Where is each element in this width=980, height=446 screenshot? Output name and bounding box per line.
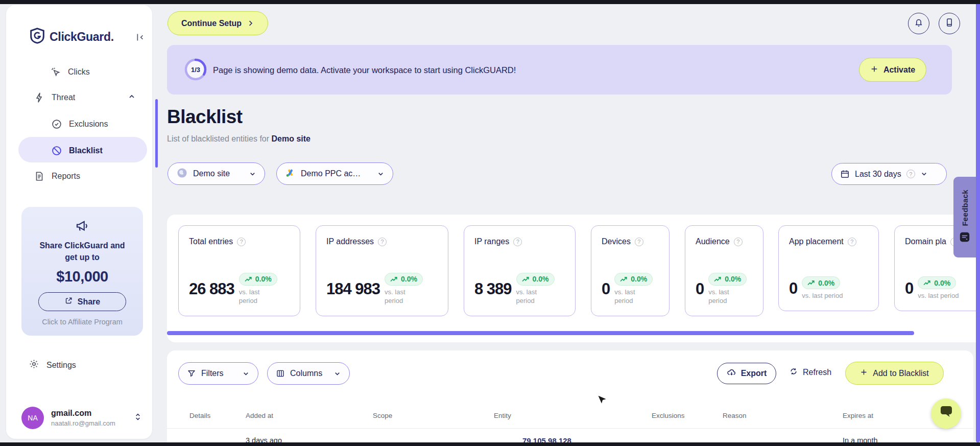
help-icon[interactable]: ? bbox=[513, 238, 522, 246]
continue-setup-label: Continue Setup bbox=[181, 19, 242, 28]
feedback-tab[interactable]: Feedback bbox=[953, 177, 976, 257]
external-link-icon bbox=[64, 296, 73, 307]
demo-data-banner: 1/3 Page is showing demo data. Activate … bbox=[167, 45, 952, 95]
window-bottom-edge bbox=[0, 442, 980, 446]
export-label: Export bbox=[741, 369, 767, 378]
cursor-click-icon bbox=[50, 66, 61, 78]
stat-period: vs. last period bbox=[239, 288, 269, 306]
column-header-added-at[interactable]: Added at bbox=[246, 412, 273, 419]
window-top-edge bbox=[0, 0, 980, 4]
chevron-down-icon bbox=[377, 170, 385, 178]
sidebar-scrollbar[interactable] bbox=[155, 99, 158, 168]
stat-value: 0 bbox=[602, 280, 610, 298]
sidebar-collapse-icon[interactable] bbox=[134, 32, 145, 45]
sidebar-item-label: Exclusions bbox=[69, 120, 108, 129]
share-button[interactable]: Share bbox=[38, 292, 126, 311]
refresh-button[interactable]: Refresh bbox=[789, 367, 831, 378]
column-header-entity[interactable]: Entity bbox=[494, 412, 511, 419]
site-selector-value: Demo site bbox=[193, 169, 230, 178]
help-icon: ? bbox=[906, 170, 915, 178]
sidebar-item-reports[interactable]: Reports bbox=[34, 171, 80, 182]
delta-badge: 0.0% bbox=[239, 273, 277, 286]
page-title: Blacklist bbox=[167, 106, 243, 128]
logo[interactable]: ClickGuard. bbox=[30, 28, 114, 46]
page-scrollbar[interactable] bbox=[976, 0, 980, 442]
sidebar-item-threat[interactable]: Threat bbox=[34, 92, 136, 103]
page-subtitle: List of blacklisted entities for Demo si… bbox=[167, 134, 310, 144]
stat-card-ip-addresses: IP addresses? 184 983 0.0% vs. last peri… bbox=[316, 225, 448, 316]
sidebar-item-label: Reports bbox=[52, 172, 80, 181]
share-label: Share bbox=[78, 297, 100, 307]
chevron-down-icon bbox=[333, 370, 341, 378]
sidebar-item-blacklist[interactable]: Blacklist bbox=[51, 145, 103, 156]
column-header-details[interactable]: Details bbox=[189, 412, 210, 419]
horizontal-scrollbar[interactable] bbox=[167, 331, 914, 335]
stat-label: IP addresses bbox=[326, 237, 374, 246]
trend-up-icon bbox=[923, 280, 931, 286]
stat-value: 0 bbox=[696, 280, 704, 298]
subtitle-site-name: Demo site bbox=[272, 134, 310, 143]
activate-button[interactable]: Activate bbox=[859, 58, 926, 82]
stat-label: Devices bbox=[602, 237, 631, 246]
help-icon[interactable]: ? bbox=[734, 238, 743, 246]
sidebar-item-label: Threat bbox=[52, 93, 75, 102]
column-header-expires-at[interactable]: Expires at bbox=[843, 412, 873, 419]
promo-text: Share ClickGuard and get up to bbox=[21, 240, 143, 263]
globe-icon bbox=[176, 167, 188, 181]
stat-period: vs. last period bbox=[385, 288, 414, 306]
stat-label: Audience bbox=[696, 237, 730, 246]
export-button[interactable]: Export bbox=[717, 363, 776, 384]
google-ads-icon bbox=[285, 168, 296, 180]
continue-setup-button[interactable]: Continue Setup bbox=[168, 11, 268, 35]
add-to-blacklist-label: Add to Blacklist bbox=[873, 369, 928, 378]
app-window: ClickGuard. Clicks Threat Exclusio bbox=[0, 0, 980, 446]
date-range-value: Last 30 days bbox=[855, 170, 901, 179]
filters-button[interactable]: Filters bbox=[178, 362, 258, 385]
column-header-reason[interactable]: Reason bbox=[723, 412, 747, 419]
sidebar-item-settings[interactable]: Settings bbox=[29, 359, 76, 371]
docs-button[interactable] bbox=[939, 13, 960, 34]
help-icon[interactable]: ? bbox=[635, 238, 643, 246]
column-header-exclusions[interactable]: Exclusions bbox=[652, 412, 685, 419]
stat-label: Total entries bbox=[189, 237, 233, 246]
ppc-selector-value: Demo PPC ac… bbox=[301, 169, 361, 178]
refresh-icon bbox=[789, 367, 798, 378]
columns-button[interactable]: Columns bbox=[267, 362, 350, 385]
sidebar: ClickGuard. Clicks Threat Exclusio bbox=[6, 5, 152, 439]
help-icon[interactable]: ? bbox=[378, 238, 387, 246]
avatar: NA bbox=[21, 407, 44, 429]
bell-icon bbox=[914, 17, 924, 30]
cloud-download-icon bbox=[727, 368, 736, 380]
help-icon[interactable]: ? bbox=[237, 238, 246, 246]
column-header-scope[interactable]: Scope bbox=[373, 412, 392, 419]
stat-period: vs. last period bbox=[614, 288, 644, 306]
chevron-up-icon[interactable] bbox=[128, 92, 136, 103]
delta-badge: 0.0% bbox=[385, 273, 423, 286]
stat-period: vs. last period bbox=[802, 291, 843, 300]
columns-label: Columns bbox=[290, 369, 322, 378]
chat-launcher-button[interactable] bbox=[931, 398, 961, 429]
notifications-button[interactable] bbox=[908, 13, 929, 34]
sidebar-item-exclusions[interactable]: Exclusions bbox=[51, 119, 108, 130]
trend-up-icon bbox=[245, 276, 252, 282]
delta-badge: 0.0% bbox=[802, 276, 840, 289]
trend-up-icon bbox=[390, 276, 398, 282]
stat-card-app-placement: App placement? 0 0.0% vs. last period bbox=[778, 225, 879, 311]
promo-amount: $10,000 bbox=[21, 268, 143, 285]
delta-badge: 0.0% bbox=[614, 273, 653, 286]
stat-value: 184 983 bbox=[326, 280, 380, 298]
plus-icon bbox=[860, 368, 868, 378]
clickguard-shield-icon bbox=[30, 28, 45, 46]
add-to-blacklist-button[interactable]: Add to Blacklist bbox=[845, 362, 944, 385]
date-range-selector[interactable]: Last 30 days ? bbox=[831, 163, 947, 185]
account-switcher[interactable]: NA gmail.com naatali.ro@gmail.com bbox=[21, 407, 142, 429]
blocked-icon bbox=[51, 145, 62, 156]
affiliate-promo-card[interactable]: Share ClickGuard and get up to $10,000 S… bbox=[21, 207, 143, 336]
site-selector[interactable]: Demo site bbox=[168, 162, 265, 185]
sidebar-item-label: Blacklist bbox=[69, 146, 103, 155]
chevron-down-icon bbox=[249, 170, 256, 178]
help-icon[interactable]: ? bbox=[848, 238, 856, 246]
ppc-account-selector[interactable]: Demo PPC ac… bbox=[276, 162, 393, 185]
plus-icon bbox=[870, 65, 878, 75]
sidebar-item-clicks[interactable]: Clicks bbox=[50, 66, 90, 78]
